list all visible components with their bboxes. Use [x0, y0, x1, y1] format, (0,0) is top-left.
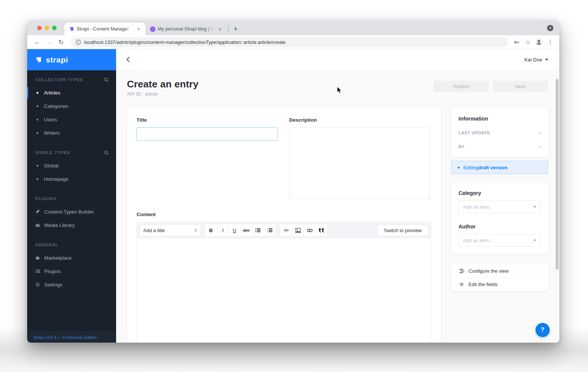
- link-button[interactable]: [304, 224, 316, 236]
- gear-icon: [459, 282, 464, 287]
- wysiwyg-editor: Add a title B I U abc: [137, 222, 431, 343]
- tab-close-icon[interactable]: ×: [135, 26, 142, 32]
- zoom-window-button[interactable]: [52, 26, 57, 30]
- code-button[interactable]: <>: [280, 224, 292, 236]
- bookmark-star-icon[interactable]: ☆: [523, 37, 533, 47]
- sidebar-item-homepage[interactable]: Homepage: [35, 172, 109, 186]
- url-text: localhost:1337/admin/plugins/content-man…: [84, 39, 285, 45]
- list-icon: [35, 268, 41, 274]
- draft-text-prefix: Editing: [463, 165, 478, 170]
- search-icon[interactable]: [104, 150, 109, 155]
- browser-tab-strip: Strapi - Content Manager × My personal S…: [27, 20, 559, 35]
- sidebar-item-categories[interactable]: Categories: [35, 99, 109, 113]
- section-single-types: SINGLE TYPES Global Homepage: [27, 140, 116, 186]
- blockquote-button[interactable]: [316, 224, 327, 236]
- edit-fields-link[interactable]: Edit the fields: [451, 278, 548, 291]
- category-placeholder: Add an item...: [463, 204, 493, 210]
- chevron-left-icon: [126, 57, 130, 62]
- search-icon[interactable]: [104, 77, 109, 82]
- strapi-logo[interactable]: strapi: [27, 49, 116, 70]
- sidebar-item-users[interactable]: Users: [35, 113, 109, 126]
- go-back-button[interactable]: [116, 49, 140, 70]
- author-select[interactable]: Add an item...: [458, 234, 541, 247]
- sidebar-item-label: Global: [44, 163, 58, 169]
- sidebar-item-label: Users: [44, 117, 57, 122]
- sidebar-item-media-library[interactable]: Media Library: [35, 218, 109, 232]
- bullet-icon: [36, 132, 38, 134]
- user-name: Kai Doe: [524, 57, 542, 62]
- by-label: BY: [458, 144, 465, 149]
- close-window-button[interactable]: [37, 26, 42, 30]
- page-title: Create an entry: [127, 78, 198, 90]
- tab-title: Strapi - Content Manager: [77, 26, 133, 32]
- back-button[interactable]: ←: [32, 37, 42, 47]
- strapi-version-link[interactable]: Strapi v3.6.3 — Community Edition: [27, 331, 116, 343]
- new-tab-button[interactable]: +: [231, 24, 240, 34]
- editor-toolbar: Add a title B I U abc: [137, 222, 431, 238]
- tab-personal-blog[interactable]: My personal Strapi blog | Strap ×: [146, 23, 227, 35]
- title-field-label: Title: [137, 117, 278, 123]
- view-links-card: Configure the view Edit the fields: [451, 264, 548, 291]
- save-button[interactable]: Save: [493, 81, 548, 92]
- select-stepper-icon: [195, 228, 197, 232]
- heading-select[interactable]: Add a title: [140, 224, 201, 236]
- draft-text-bold: draft version: [478, 165, 508, 170]
- editor-content-area[interactable]: [137, 238, 431, 343]
- strapi-favicon-icon: [69, 26, 74, 32]
- section-general: GENERAL Marketplace Plugin: [27, 232, 116, 291]
- publish-button[interactable]: Publish: [434, 81, 489, 92]
- address-bar[interactable]: localhost:1337/admin/plugins/content-man…: [71, 37, 508, 47]
- sidebar-item-marketplace[interactable]: Marketplace: [35, 251, 109, 264]
- layout-sliders-icon: [459, 268, 464, 274]
- ordered-list-icon: [267, 228, 272, 232]
- italic-button[interactable]: I: [217, 224, 229, 236]
- tab-divider: [228, 26, 229, 32]
- author-label: Author: [458, 224, 541, 230]
- sidebar-item-settings[interactable]: Settings: [35, 278, 109, 291]
- password-key-icon[interactable]: [512, 37, 521, 47]
- configure-view-link[interactable]: Configure the view: [451, 264, 548, 278]
- desktop: Strapi - Content Manager × My personal S…: [0, 0, 588, 372]
- bullet-list-button[interactable]: [252, 224, 264, 236]
- description-textarea[interactable]: [289, 127, 431, 199]
- underline-button[interactable]: U: [229, 224, 240, 236]
- sidebar-item-articles[interactable]: Articles: [35, 86, 109, 99]
- bold-button[interactable]: B: [205, 224, 217, 236]
- tab-search-button[interactable]: ▼: [547, 25, 553, 31]
- app-viewport: strapi COLLECTION TYPES Articles: [27, 49, 559, 343]
- help-button[interactable]: ?: [536, 323, 550, 337]
- last-update-label: LAST UPDATE: [458, 131, 490, 135]
- by-row: BY -: [458, 144, 541, 149]
- page-info-icon[interactable]: [76, 39, 81, 45]
- sidebar-item-label: Categories: [44, 103, 68, 109]
- sidebar-item-plugins[interactable]: Plugins: [35, 264, 109, 278]
- switch-to-preview-button[interactable]: Switch to preview: [377, 224, 428, 236]
- content-field-label: Content: [137, 212, 431, 217]
- image-button[interactable]: [292, 224, 304, 236]
- sidebar-item-label: Media Library: [44, 222, 75, 228]
- bullet-icon: [36, 165, 38, 167]
- page-scrollbar[interactable]: [556, 79, 559, 270]
- profile-avatar-icon[interactable]: [534, 37, 544, 47]
- browser-menu-icon[interactable]: ⋮: [545, 37, 555, 47]
- forward-button[interactable]: →: [44, 37, 54, 47]
- page-content: Create an entry API ID : article Publish…: [116, 70, 559, 343]
- title-input[interactable]: [137, 127, 278, 141]
- user-menu[interactable]: Kai Doe: [524, 57, 548, 62]
- minimize-window-button[interactable]: [45, 26, 49, 30]
- strikethrough-button[interactable]: abc: [240, 224, 252, 236]
- main-area: Kai Doe Create an entry API ID : article…: [116, 49, 559, 343]
- relations-card: Category Add an item... Author Add an it…: [451, 183, 548, 254]
- sidebar-item-writers[interactable]: Writers: [35, 126, 109, 140]
- sidebar-item-label: Marketplace: [44, 255, 72, 261]
- sidebar-item-global[interactable]: Global: [35, 159, 109, 172]
- reload-button[interactable]: ↻: [56, 37, 66, 47]
- category-select[interactable]: Add an item...: [458, 201, 541, 213]
- sidebar-item-content-types-builder[interactable]: Content-Types Builder: [35, 205, 109, 218]
- tab-strapi-content-manager[interactable]: Strapi - Content Manager ×: [64, 23, 146, 35]
- tab-close-icon[interactable]: ×: [217, 26, 223, 32]
- entry-form-card: Title Description: [127, 108, 441, 342]
- section-title: COLLECTION TYPES: [35, 77, 83, 82]
- information-title: Information: [458, 116, 541, 122]
- ordered-list-button[interactable]: [264, 224, 276, 236]
